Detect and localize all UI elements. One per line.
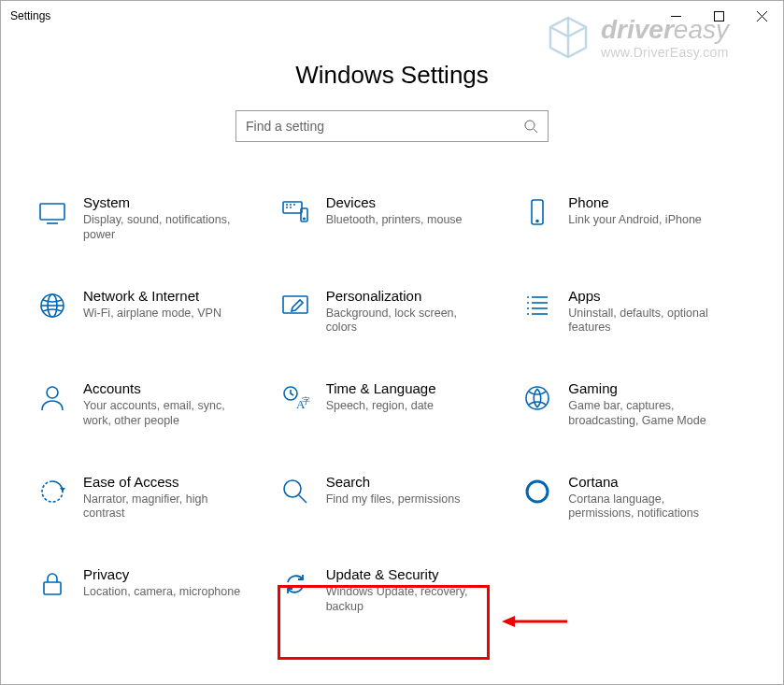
- svg-rect-1: [714, 11, 723, 21]
- svg-text:字: 字: [302, 396, 310, 406]
- search-box[interactable]: [235, 110, 549, 142]
- apps-icon: [520, 288, 555, 323]
- tile-title: Gaming: [568, 380, 732, 396]
- page-title: Windows Settings: [1, 61, 783, 90]
- tile-title: Update & Security: [326, 566, 490, 582]
- window-title: Settings: [10, 9, 50, 22]
- time-language-icon: A 字: [278, 380, 313, 416]
- tile-cortana[interactable]: Cortana Cortana language, permissions, n…: [518, 470, 751, 526]
- cortana-icon: [520, 474, 555, 509]
- tile-update-security[interactable]: Update & Security Windows Update, recove…: [276, 563, 509, 619]
- tile-desc: Your accounts, email, sync, work, other …: [83, 399, 247, 428]
- ease-of-access-icon: [35, 474, 70, 509]
- tile-desc: Background, lock screen, colors: [326, 307, 490, 335]
- tile-privacy[interactable]: Privacy Location, camera, microphone: [33, 563, 266, 619]
- tile-time-language[interactable]: A 字 Time & Language Speech, region, date: [276, 377, 509, 433]
- tile-desc: Link your Android, iPhone: [568, 213, 701, 228]
- tile-desc: Speech, region, date: [326, 399, 436, 414]
- gaming-icon: [520, 380, 555, 416]
- tile-desc: Cortana language, permissions, notificat…: [568, 492, 732, 521]
- tile-title: Privacy: [83, 566, 240, 582]
- tile-phone[interactable]: Phone Link your Android, iPhone: [518, 191, 751, 247]
- tile-title: Cortana: [568, 474, 732, 490]
- tile-desc: Bluetooth, printers, mouse: [326, 213, 463, 228]
- globe-icon: [35, 288, 70, 323]
- close-button[interactable]: [740, 1, 783, 31]
- tile-title: Network & Internet: [83, 288, 221, 304]
- tile-desc: Game bar, captures, broadcasting, Game M…: [568, 399, 732, 428]
- search-icon: [523, 119, 538, 134]
- tile-devices[interactable]: Devices Bluetooth, printers, mouse: [276, 191, 509, 247]
- svg-point-30: [47, 387, 58, 398]
- svg-point-4: [525, 121, 535, 130]
- tile-desc: Location, camera, microphone: [83, 585, 240, 600]
- svg-line-37: [299, 495, 306, 503]
- tile-search[interactable]: Search Find my files, permissions: [276, 470, 509, 526]
- privacy-icon: [35, 566, 70, 602]
- svg-rect-6: [40, 204, 64, 220]
- minimize-button[interactable]: [654, 1, 697, 31]
- tile-title: Accounts: [83, 380, 247, 396]
- tile-personalization[interactable]: Personalization Background, lock screen,…: [276, 284, 509, 340]
- svg-rect-39: [44, 582, 61, 594]
- tile-title: Time & Language: [326, 380, 436, 396]
- tile-title: Phone: [568, 194, 701, 210]
- tile-gaming[interactable]: Gaming Game bar, captures, broadcasting,…: [518, 377, 751, 433]
- search-tile-icon: [278, 474, 313, 509]
- tile-system[interactable]: System Display, sound, notifications, po…: [33, 191, 266, 247]
- tile-title: Ease of Access: [83, 474, 247, 490]
- svg-line-5: [534, 129, 537, 133]
- svg-marker-35: [60, 488, 65, 492]
- accounts-icon: [35, 380, 70, 416]
- system-icon: [35, 194, 70, 230]
- tile-desc: Narrator, magnifier, high contrast: [83, 492, 247, 521]
- tile-desc: Windows Update, recovery, backup: [326, 585, 490, 614]
- tile-apps[interactable]: Apps Uninstall, defaults, optional featu…: [518, 284, 751, 340]
- tile-title: Personalization: [326, 288, 490, 304]
- tile-title: Devices: [326, 194, 463, 210]
- svg-point-15: [303, 218, 305, 220]
- tile-ease-of-access[interactable]: Ease of Access Narrator, magnifier, high…: [33, 470, 266, 526]
- svg-point-36: [284, 480, 301, 497]
- update-security-icon: [278, 566, 313, 602]
- tile-desc: Uninstall, defaults, optional features: [568, 307, 732, 335]
- tile-title: Apps: [568, 288, 732, 304]
- tile-title: System: [83, 194, 247, 210]
- window-controls: [654, 1, 783, 31]
- svg-point-38: [527, 481, 548, 502]
- settings-grid: System Display, sound, notifications, po…: [1, 191, 783, 619]
- devices-icon: [278, 194, 313, 230]
- maximize-button[interactable]: [697, 1, 740, 31]
- search-input[interactable]: [246, 119, 523, 134]
- svg-point-34: [526, 387, 549, 409]
- tile-desc: Display, sound, notifications, power: [83, 213, 247, 242]
- phone-icon: [520, 194, 555, 230]
- title-bar: Settings: [1, 1, 783, 31]
- watermark-text-2: www.DriverEasy.com: [601, 45, 729, 60]
- tile-title: Search: [326, 474, 461, 490]
- personalization-icon: [278, 288, 313, 323]
- svg-point-17: [536, 221, 538, 222]
- tile-network-internet[interactable]: Network & Internet Wi-Fi, airplane mode,…: [33, 284, 266, 340]
- tile-desc: Find my files, permissions: [326, 492, 461, 507]
- tile-desc: Wi-Fi, airplane mode, VPN: [83, 307, 221, 321]
- tile-accounts[interactable]: Accounts Your accounts, email, sync, wor…: [33, 377, 266, 433]
